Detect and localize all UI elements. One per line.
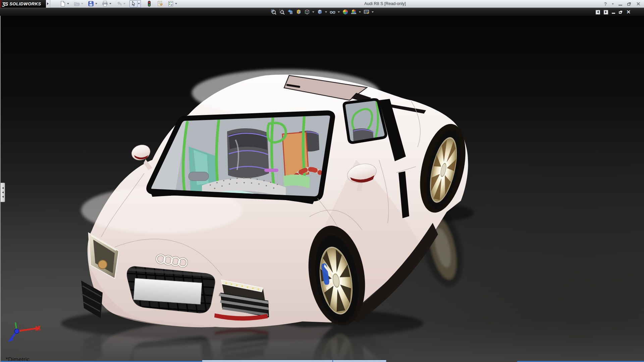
document-window-controls: ✕ [596, 8, 631, 16]
collapse-arrow-icon [2, 191, 4, 193]
edit-appearance-ball-icon [342, 9, 348, 15]
hide-show-items-button[interactable] [329, 9, 336, 15]
previous-view-button[interactable] [287, 9, 294, 15]
save-floppy-icon [88, 1, 94, 7]
zoom-to-fit-button[interactable] [270, 9, 277, 15]
pane-left-button[interactable] [596, 10, 600, 14]
feature-tree-flyout-tab[interactable] [1, 183, 5, 202]
view-orientation-dropdown[interactable] [312, 9, 315, 15]
flyout-arrow-icon [47, 2, 49, 5]
app-close-button[interactable]: ✕ [635, 1, 641, 7]
undo-icon [116, 1, 122, 7]
hide-show-items-dropdown[interactable] [337, 9, 340, 15]
view-settings-icon [364, 9, 369, 15]
new-document-button[interactable] [59, 0, 66, 7]
glasses-icon [330, 9, 335, 15]
app-restore-button[interactable] [626, 1, 632, 7]
solidworks-logo-text: SOLIDWORKS [9, 1, 41, 6]
apply-scene-icon [351, 9, 357, 15]
solidworks-logo-glyph: ƷS [2, 1, 8, 7]
file-properties-icon [157, 1, 163, 7]
zoom-to-area-button[interactable] [278, 9, 285, 15]
options-button[interactable] [167, 0, 174, 7]
undo-dropdown[interactable] [123, 0, 126, 7]
pane-right-icon [605, 11, 607, 13]
save-button[interactable] [87, 0, 95, 7]
app-window-controls: ? ✕ [602, 0, 641, 8]
print-dropdown[interactable] [109, 0, 112, 7]
graphics-viewport[interactable]: *Dimetric [0, 16, 644, 362]
open-button[interactable] [73, 0, 80, 7]
apply-scene-button[interactable] [350, 9, 357, 15]
bottom-edge-panel-1 [202, 360, 333, 362]
zoom-to-fit-icon [271, 9, 276, 15]
model-scene [1, 16, 644, 362]
select-tool-button[interactable] [129, 0, 138, 7]
doc-minimize-button[interactable] [612, 10, 615, 14]
options-dropdown[interactable] [174, 0, 178, 7]
edit-appearance-button[interactable] [342, 9, 349, 15]
doc-close-button[interactable]: ✕ [626, 9, 631, 15]
view-settings-button[interactable] [363, 9, 370, 15]
display-style-button[interactable] [316, 9, 323, 15]
display-style-dropdown[interactable] [325, 9, 328, 15]
heads-up-view-toolbar: ✕ [0, 8, 644, 16]
new-document-icon [60, 1, 66, 7]
logo-red-sliver [0, 0, 1, 8]
help-button[interactable]: ? [602, 1, 608, 7]
save-dropdown[interactable] [95, 0, 98, 7]
print-button[interactable] [101, 0, 109, 7]
zoom-to-area-icon [279, 9, 285, 15]
stoplight-icon [146, 1, 152, 7]
bottom-edge-panel-2 [333, 360, 386, 362]
orientation-triad[interactable] [7, 322, 44, 345]
undo-button[interactable] [115, 0, 123, 7]
apply-scene-dropdown[interactable] [359, 9, 362, 15]
display-style-icon [317, 9, 323, 15]
previous-view-icon [287, 9, 293, 15]
section-view-button[interactable] [295, 9, 302, 15]
collapse-arrow-icon [2, 196, 4, 198]
section-view-icon [296, 9, 302, 15]
app-minimize-button[interactable] [617, 1, 623, 7]
pane-right-button[interactable] [604, 10, 608, 14]
titlebar: ƷS SOLIDWORKS [0, 0, 644, 8]
view-orientation-button[interactable] [304, 9, 311, 15]
pane-left-icon [597, 11, 599, 13]
open-dropdown[interactable] [80, 0, 84, 7]
select-tool-dropdown[interactable] [138, 0, 141, 8]
collapse-arrow-icon [2, 187, 4, 189]
options-checklist-icon [168, 1, 174, 7]
document-title: Audi R8 S [Read-only] [364, 1, 406, 6]
file-properties-button[interactable] [156, 0, 164, 7]
new-document-dropdown[interactable] [66, 0, 70, 7]
rebuild-stoplight-button[interactable] [146, 0, 153, 7]
menu-flyout-button[interactable] [46, 0, 50, 8]
view-settings-dropdown[interactable] [371, 9, 374, 15]
select-cursor-icon [130, 1, 137, 7]
main-toolbar [59, 0, 180, 8]
solidworks-logo: ƷS SOLIDWORKS [0, 0, 46, 8]
doc-restore-button[interactable] [619, 10, 623, 14]
help-dropdown[interactable] [611, 1, 614, 7]
open-folder-icon [74, 1, 80, 7]
view-orientation-icon [304, 9, 310, 15]
print-icon [102, 1, 108, 7]
